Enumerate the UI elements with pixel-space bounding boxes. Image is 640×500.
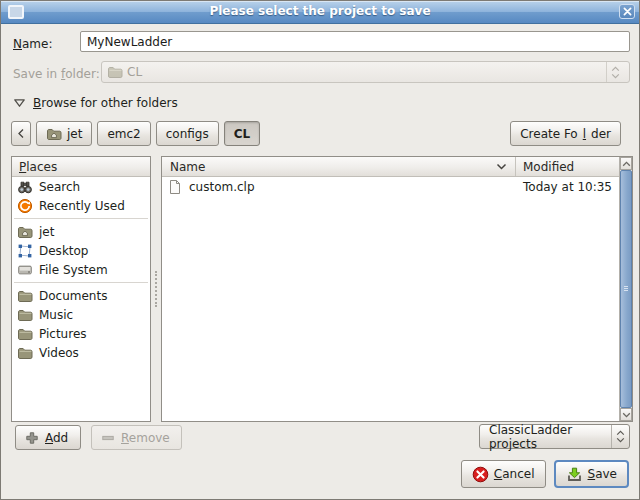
column-header-modified[interactable]: Modified [516,157,619,176]
place-label: Music [39,308,73,322]
place-item-home[interactable]: jet [12,222,150,241]
search-icon [17,179,33,195]
place-label: Recently Used [39,199,125,213]
plus-icon [24,430,40,446]
path-item-label: CL [234,127,250,141]
label-part: B [33,96,41,110]
column-label: Name [170,160,205,174]
recently-used-icon [17,198,33,214]
scroll-down-icon[interactable] [620,408,632,421]
folder-icon [107,64,123,80]
minus-icon [100,430,116,446]
label-part: Create Fo [520,127,578,141]
path-item-configs[interactable]: configs [156,121,219,146]
label-part: laces [26,160,57,174]
places-header[interactable]: Places [12,157,150,177]
name-input[interactable] [80,31,630,52]
file-list-header: Name Modified [162,157,619,177]
place-label: Search [39,180,80,194]
file-modified: Today at 10:35 [523,180,614,194]
place-label: File System [39,263,108,277]
folder-icon [17,288,33,304]
file-icon [167,179,183,195]
column-label: Modified [523,160,574,174]
dialog-actions: Cancel Save [461,460,629,488]
expander-label: Browse for other folders [33,96,178,110]
label-part: Save in [13,67,61,81]
home-folder-icon [46,126,62,142]
places-pane: Places Search Recently Used jet Desktop [11,156,151,422]
label-part: dd [53,431,68,445]
add-shortcut-button[interactable]: Add [15,425,81,450]
cancel-button[interactable]: Cancel [461,460,546,488]
label-part: C [494,467,502,481]
remove-shortcut-button: Remove [91,425,182,450]
save-project-dialog: Please select the project to save Name: … [0,0,640,500]
label-part: der [591,127,611,141]
place-item-file-system[interactable]: File System [12,260,150,279]
label-part: N [13,37,22,51]
label-part: P [19,160,26,174]
path-item-label: jet [67,127,82,141]
path-item-home[interactable]: jet [36,121,92,146]
place-label: Desktop [39,244,89,258]
button-label: Cancel [494,467,535,481]
drive-icon [17,262,33,278]
save-in-folder-value: CL [127,65,142,79]
path-back-button[interactable] [11,121,31,146]
scroll-up-icon[interactable] [620,157,632,170]
place-label: jet [39,225,54,239]
file-list-scrollbar[interactable] [619,157,632,421]
home-folder-icon [17,224,33,240]
close-icon [623,7,632,16]
save-in-folder-combo: CL [101,61,630,83]
place-item-videos[interactable]: Videos [12,343,150,362]
place-label: Videos [39,346,79,360]
button-label: Save [588,467,617,481]
path-item-label: emc2 [107,127,140,141]
path-item-current[interactable]: CL [224,121,260,146]
chevron-left-icon [17,128,25,139]
browse-folders-expander[interactable]: Browse for other folders [13,94,178,112]
create-folder-button[interactable]: Create Folder [510,121,621,146]
column-header-name[interactable]: Name [162,157,516,176]
label-part: A [45,431,53,445]
place-label: Pictures [39,327,87,341]
label-part: ancel [502,467,534,481]
save-button[interactable]: Save [554,460,629,488]
folder-icon [17,326,33,342]
label-part: rowse for other folders [41,96,177,110]
scrollbar-thumb[interactable] [620,170,632,408]
titlebar[interactable]: Please select the project to save [1,1,639,24]
pane-splitter[interactable] [151,156,161,422]
label-part: older: [65,67,99,81]
spinner-arrows-icon [606,62,624,82]
label-part: R [121,431,129,445]
file-type-filter-combo[interactable]: ClassicLadder projects [479,424,630,449]
file-row[interactable]: custom.clp Today at 10:35 [162,177,619,196]
label-part: ame: [22,37,52,51]
file-list-pane: Name Modified custom.clp Today at 10:35 [161,156,633,422]
label-part: ave [595,467,617,481]
desktop-icon [17,243,33,259]
label-part: S [588,467,596,481]
button-label: Add [45,431,68,445]
button-label: Remove [121,431,170,445]
window-icon [8,5,24,19]
path-item-emc2[interactable]: emc2 [97,121,150,146]
place-item-music[interactable]: Music [12,305,150,324]
path-item-label: configs [166,127,209,141]
expander-triangle-icon [13,98,26,108]
place-item-documents[interactable]: Documents [12,286,150,305]
window-title: Please select the project to save [31,4,609,18]
folder-icon [17,307,33,323]
place-item-recently-used[interactable]: Recently Used [12,196,150,215]
path-bar: jet emc2 configs CL [11,121,260,146]
close-button[interactable] [619,4,635,19]
place-item-search[interactable]: Search [12,177,150,196]
label-part: l [583,127,586,141]
save-icon [566,466,583,483]
filter-value: ClassicLadder projects [489,423,611,451]
place-item-desktop[interactable]: Desktop [12,241,150,260]
place-item-pictures[interactable]: Pictures [12,324,150,343]
